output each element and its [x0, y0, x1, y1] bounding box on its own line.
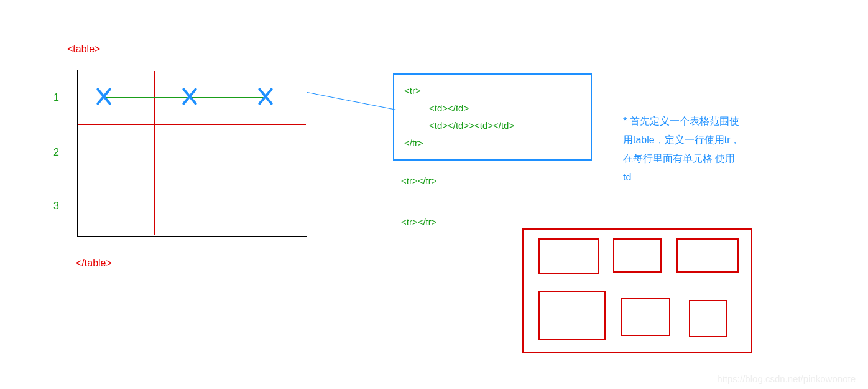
code-box-tr: <tr> <td></td> <td></td>><td></td> </tr>: [393, 73, 592, 161]
grid-vline-1: [154, 71, 155, 235]
code-line-3: <td></td>><td></td>: [404, 117, 581, 134]
code-line-4: </tr>: [404, 134, 581, 152]
red-cell-1-3: [676, 238, 739, 273]
red-cell-1-2: [613, 238, 662, 273]
x-mark-2: [179, 86, 200, 107]
code-line-1: <tr>: [404, 82, 581, 100]
label-table-close: </table>: [76, 258, 112, 269]
red-cell-2-2: [621, 298, 670, 336]
grid-hline-1: [78, 124, 306, 125]
tr-empty-1: <tr></tr>: [401, 176, 437, 186]
code-line-2: <td></td>: [404, 100, 581, 117]
label-row-2: 2: [53, 147, 59, 158]
watermark-text: https://blog.csdn.net/pinkowonote: [717, 373, 856, 384]
x-mark-1: [93, 86, 114, 107]
tr-empty-2: <tr></tr>: [401, 217, 437, 227]
grid-vline-2: [231, 71, 231, 235]
red-cell-1-1: [538, 238, 599, 274]
label-row-3: 3: [53, 200, 59, 212]
callout-connector: [307, 92, 396, 110]
red-cell-2-3: [689, 300, 727, 337]
grid-hline-2: [78, 180, 306, 180]
explanation-text: * 首先定义一个表格范围使用table，定义一行使用tr，在每行里面有单元格 使…: [623, 112, 741, 187]
red-cell-2-1: [538, 291, 606, 340]
x-mark-3: [255, 86, 276, 107]
label-table-open: <table>: [67, 44, 100, 55]
label-row-1: 1: [53, 92, 59, 103]
